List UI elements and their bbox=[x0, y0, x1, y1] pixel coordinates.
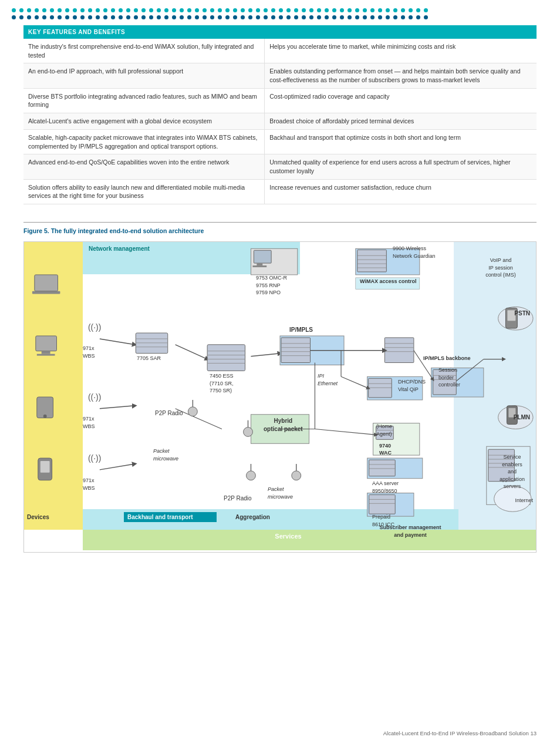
wireless-guardian-label: 9900 WirelessNetwork Guardian bbox=[393, 245, 436, 260]
features-table: KEY FEATURES AND BENEFITS The industry's… bbox=[23, 25, 537, 204]
svg-rect-53 bbox=[357, 250, 387, 272]
svg-point-85 bbox=[188, 407, 197, 416]
p2p-radio-label1: P2P Radio bbox=[155, 409, 183, 417]
backhaul-label: Backhaul and transport bbox=[124, 512, 217, 522]
p2p-radio-label2: P2P Radio bbox=[224, 494, 252, 502]
footer: Alcatel-Lucent End-to-End IP Wireless-Br… bbox=[383, 730, 537, 736]
devices-label: Devices bbox=[27, 513, 49, 521]
svg-line-95 bbox=[341, 376, 369, 388]
table-cell-left-6: Solution offers ability to easily launch… bbox=[23, 179, 265, 204]
svg-line-2 bbox=[100, 464, 134, 470]
svg-rect-30 bbox=[37, 354, 55, 356]
table-cell-left-3: Alcatel-Lucent's active engagement with … bbox=[23, 113, 265, 130]
dhcp-label: DHCP/DNSVital QiP bbox=[398, 378, 426, 393]
table-row: Advanced end-to-end QoS/QoE capabilities… bbox=[23, 154, 537, 179]
aggregation-label: Aggregation bbox=[235, 513, 270, 521]
table-cell-right-6: Increase revenues and customer satisfact… bbox=[265, 179, 537, 204]
svg-rect-26 bbox=[35, 275, 58, 291]
svg-rect-61 bbox=[369, 378, 392, 398]
svg-rect-58 bbox=[254, 250, 271, 263]
network-management-label: Network management bbox=[89, 245, 150, 253]
svg-rect-70 bbox=[369, 460, 396, 476]
table-cell-left-1: An end-to-end IP approach, with full pro… bbox=[23, 63, 265, 88]
table-cell-left-2: Diverse BTS portfolio integrating advanc… bbox=[23, 88, 265, 113]
footer-text: Alcatel-Lucent End-to-End IP Wireless-Br… bbox=[383, 730, 537, 736]
table-cell-right-4: Backhaul and transport that optimize cos… bbox=[265, 129, 537, 154]
sar-label: 7705 SAR bbox=[137, 355, 161, 362]
wimax-access-label: WiMAX access control bbox=[360, 278, 416, 285]
table-cell-right-1: Enables outstanding performance from ons… bbox=[265, 63, 537, 88]
svg-rect-60 bbox=[252, 265, 266, 267]
hybrid-optical-label: Hybridoptical packet bbox=[264, 417, 303, 433]
table-cell-right-0: Helps you accelerate time to market, whi… bbox=[265, 39, 537, 63]
svg-rect-39 bbox=[207, 345, 245, 371]
wac-label: 9740WAC bbox=[379, 443, 392, 456]
svg-line-1 bbox=[100, 406, 134, 409]
svg-rect-73 bbox=[369, 494, 396, 514]
ipmpls-label: IP/MPLS bbox=[289, 326, 313, 334]
wbs-label3: 971xWBS bbox=[83, 477, 95, 492]
ipmpls-backbone-label: IP/MPLS backbone bbox=[423, 355, 471, 362]
svg-rect-44 bbox=[281, 338, 311, 363]
svg-text:((·)): ((·)) bbox=[88, 453, 101, 463]
session-border-label: Sessionbordercontroller bbox=[438, 366, 460, 389]
table-row: An end-to-end IP approach, with full pro… bbox=[23, 63, 537, 88]
ipi-ethernet-label: IPIEthernet bbox=[318, 372, 338, 387]
table-row: The industry's first comprehensive end-t… bbox=[23, 39, 537, 63]
voip-label: VoIP andIP sessioncontrol (IMS) bbox=[465, 257, 536, 279]
table-cell-left-5: Advanced end-to-end QoS/QoE capabilities… bbox=[23, 154, 265, 179]
table-cell-left-4: Scalable, high-capacity packet microwave… bbox=[23, 129, 265, 154]
svg-rect-28 bbox=[36, 336, 57, 351]
svg-point-87 bbox=[244, 427, 253, 436]
svg-point-89 bbox=[247, 471, 256, 480]
svg-point-32 bbox=[43, 415, 47, 418]
svg-line-4 bbox=[251, 354, 280, 356]
packet-microwave-label1: Packetmicrowave bbox=[153, 447, 178, 462]
svg-line-98 bbox=[315, 429, 376, 435]
svg-rect-27 bbox=[32, 291, 60, 294]
table-row: Solution offers ability to easily launch… bbox=[23, 179, 537, 204]
pstn-label: PSTN bbox=[514, 309, 530, 317]
internet-label: Internet bbox=[515, 497, 533, 504]
svg-text:((·)): ((·)) bbox=[88, 392, 101, 402]
table-cell-right-2: Cost-optimized radio coverage and capaci… bbox=[265, 88, 537, 113]
table-row: Diverse BTS portfolio integrating advanc… bbox=[23, 88, 537, 113]
svg-rect-34 bbox=[41, 461, 50, 473]
svg-text:((·)): ((·)) bbox=[88, 322, 101, 332]
svg-rect-35 bbox=[136, 333, 168, 354]
wbs-label2: 971xWBS bbox=[83, 415, 95, 430]
table-cell-right-3: Broadest choice of affordably priced ter… bbox=[265, 113, 537, 130]
services-label: Services bbox=[141, 532, 435, 540]
table-cell-right-5: Unmatched quality of experience for end … bbox=[265, 154, 537, 179]
table-row: Alcatel-Lucent's active engagement with … bbox=[23, 113, 537, 130]
svg-point-91 bbox=[292, 471, 301, 480]
plmn-label: PLMN bbox=[514, 413, 530, 421]
figure-caption: Figure 5. The fully integrated end-to-en… bbox=[23, 222, 537, 234]
ess-label: 7450 ESS(7710 SR,7750 SR) bbox=[210, 372, 234, 395]
dotted-border bbox=[0, 0, 560, 19]
svg-rect-59 bbox=[257, 263, 262, 265]
omc-label: 9753 OMC-R9755 RNP9759 NPO bbox=[256, 274, 287, 297]
table-header: KEY FEATURES AND BENEFITS bbox=[23, 25, 537, 39]
home-agent-label: (HomeAgent) bbox=[376, 423, 392, 438]
packet-microwave-label2: Packetmicrowave bbox=[268, 486, 293, 500]
table-cell-left-0: The industry's first comprehensive end-t… bbox=[23, 39, 265, 63]
svg-line-3 bbox=[176, 345, 208, 359]
svg-rect-29 bbox=[42, 351, 50, 354]
architecture-diagram: ((·)) ((·)) ((·)) bbox=[23, 241, 537, 553]
wbs-label1: 971xWBS bbox=[83, 345, 95, 359]
svg-line-0 bbox=[100, 339, 134, 345]
service-enablers-label: Serviceenablersandapplicationservers bbox=[490, 453, 534, 490]
aaa-label: AAA server8950/8650 bbox=[372, 480, 399, 494]
table-row: Scalable, high-capacity packet microwave… bbox=[23, 129, 537, 154]
svg-rect-49 bbox=[384, 338, 414, 363]
